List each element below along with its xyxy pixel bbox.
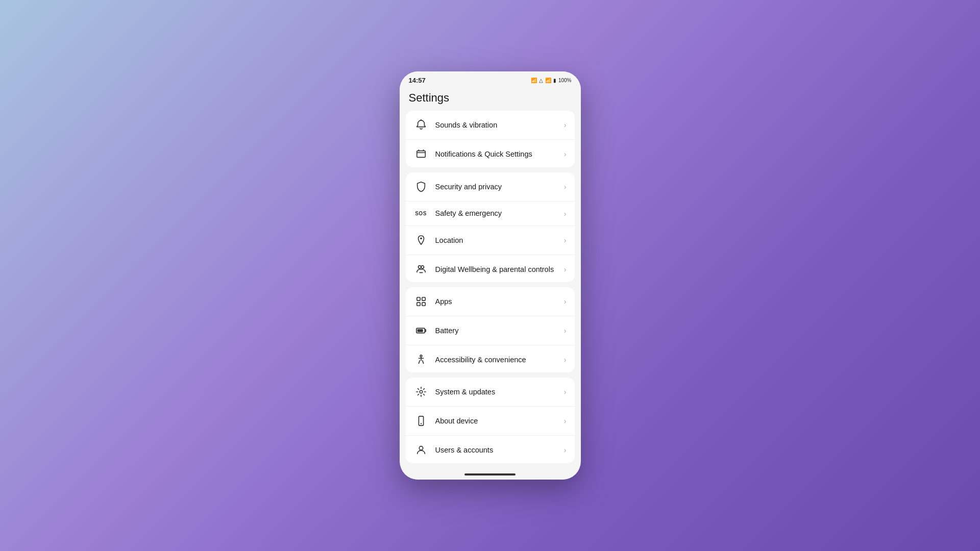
sounds-vibration-label: Sounds & vibration (435, 120, 560, 130)
svg-point-5 (420, 238, 422, 240)
location-icon (414, 233, 428, 247)
location-label: Location (435, 236, 560, 245)
safety-emergency-label: Safety & emergency (435, 209, 560, 218)
device-icon (414, 414, 428, 428)
home-bar (464, 473, 516, 475)
svg-point-16 (420, 391, 423, 394)
accessibility-label: Accessibility & convenience (435, 355, 560, 365)
chevron-icon: › (564, 183, 567, 191)
wifi-icon: 📶 (545, 78, 551, 83)
menu-item-location[interactable]: Location › (406, 226, 575, 255)
notifications-icon (414, 147, 428, 161)
menu-item-digital-wellbeing[interactable]: Digital Wellbeing & parental controls › (406, 255, 575, 282)
chevron-icon: › (564, 388, 567, 396)
menu-item-sounds-vibration[interactable]: Sounds & vibration › (406, 111, 575, 140)
svg-rect-1 (416, 151, 425, 158)
card-apps-battery: Apps › Battery › (406, 287, 575, 373)
chevron-icon: › (564, 265, 567, 273)
status-time: 14:57 (409, 77, 426, 84)
signal-icon: △ (539, 78, 543, 83)
chevron-icon: › (564, 210, 567, 218)
chevron-icon: › (564, 236, 567, 244)
wellbeing-icon (414, 262, 428, 277)
system-updates-label: System & updates (435, 387, 560, 397)
accessibility-icon (414, 353, 428, 367)
shield-icon (414, 180, 428, 194)
users-icon (414, 443, 428, 457)
apps-label: Apps (435, 297, 560, 307)
battery-settings-icon (414, 323, 428, 338)
svg-point-19 (419, 446, 423, 450)
menu-item-about-device[interactable]: About device › (406, 407, 575, 436)
sos-icon: SOS (414, 211, 428, 216)
chevron-icon: › (564, 446, 567, 454)
system-icon (414, 385, 428, 399)
chevron-icon: › (564, 121, 567, 129)
svg-rect-9 (416, 297, 420, 300)
about-device-label: About device (435, 416, 560, 426)
notifications-label: Notifications & Quick Settings (435, 149, 560, 159)
menu-item-security-privacy[interactable]: Security and privacy › (406, 172, 575, 202)
bell-icon (414, 118, 428, 132)
apps-icon (414, 294, 428, 309)
battery-label: Battery (435, 326, 560, 336)
menu-item-notifications[interactable]: Notifications & Quick Settings › (406, 140, 575, 167)
security-privacy-label: Security and privacy (435, 182, 560, 192)
chevron-icon: › (564, 150, 567, 158)
svg-rect-11 (416, 303, 420, 306)
chevron-icon: › (564, 356, 567, 364)
home-indicator (400, 469, 581, 480)
card-sounds-notifications: Sounds & vibration › Notifications & Qui… (406, 111, 575, 167)
svg-point-6 (418, 266, 421, 269)
digital-wellbeing-label: Digital Wellbeing & parental controls (435, 265, 560, 274)
battery-icon: ▮ (553, 78, 556, 83)
status-bar: 14:57 📶 △ 📶 ▮ 100% (400, 71, 581, 87)
page-title: Settings (400, 87, 581, 111)
card-security-location: Security and privacy › SOS Safety & emer… (406, 172, 575, 282)
svg-rect-10 (422, 297, 425, 300)
svg-point-7 (421, 266, 424, 269)
menu-item-accessibility[interactable]: Accessibility & convenience › (406, 345, 575, 373)
phone-frame: 14:57 📶 △ 📶 ▮ 100% Settings Sounds & (400, 71, 581, 480)
menu-item-apps[interactable]: Apps › (406, 287, 575, 316)
svg-rect-12 (422, 303, 425, 306)
scroll-content: Sounds & vibration › Notifications & Qui… (400, 111, 581, 469)
menu-item-system-updates[interactable]: System & updates › (406, 378, 575, 407)
chevron-icon: › (564, 327, 567, 335)
chevron-icon: › (564, 417, 567, 425)
menu-item-safety-emergency[interactable]: SOS Safety & emergency › (406, 202, 575, 226)
chevron-icon: › (564, 297, 567, 306)
users-accounts-label: Users & accounts (435, 445, 560, 455)
battery-percent: 100% (558, 78, 572, 83)
card-system: System & updates › About device › (406, 378, 575, 463)
menu-item-users-accounts[interactable]: Users & accounts › (406, 436, 575, 463)
bluetooth-icon: 📶 (531, 78, 537, 83)
svg-rect-14 (417, 329, 423, 332)
status-icons: 📶 △ 📶 ▮ 100% (531, 78, 572, 83)
menu-item-battery[interactable]: Battery › (406, 316, 575, 345)
